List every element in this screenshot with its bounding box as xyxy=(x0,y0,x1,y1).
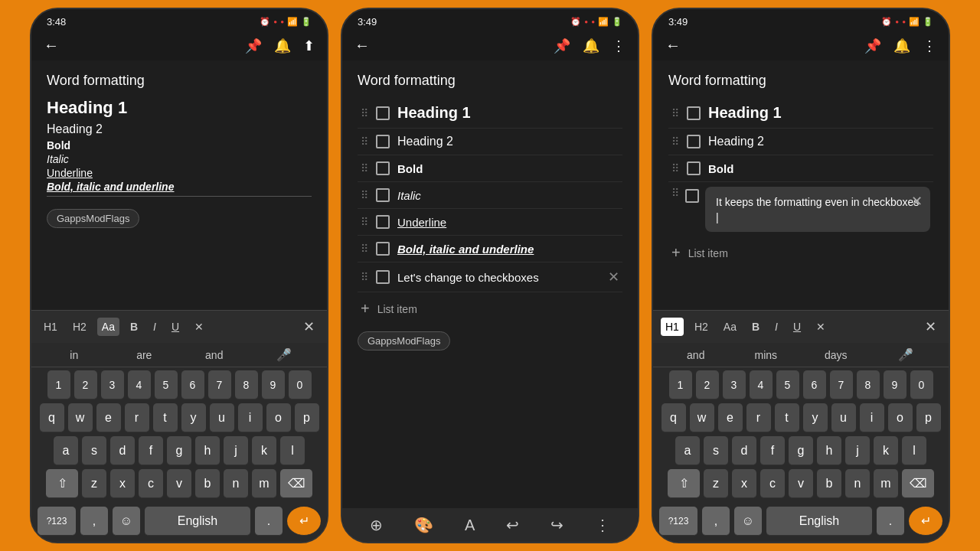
bell-icon-3[interactable]: 🔔 xyxy=(893,37,910,54)
key-e[interactable]: e xyxy=(96,403,121,432)
checkbox-3-3[interactable] xyxy=(687,161,701,175)
key-n[interactable]: n xyxy=(224,469,248,498)
key-3-8[interactable]: 8 xyxy=(857,370,880,399)
italic-btn-3[interactable]: I xyxy=(770,318,782,336)
h1-btn-1[interactable]: H1 xyxy=(39,318,62,336)
drag-handle-3-1[interactable]: ⠿ xyxy=(671,107,679,119)
key-3-t[interactable]: t xyxy=(775,403,799,432)
key-p[interactable]: p xyxy=(295,403,319,432)
key-f[interactable]: f xyxy=(139,436,163,465)
close-format-btn-1[interactable]: ✕ xyxy=(299,315,319,338)
key-3-x[interactable]: x xyxy=(732,469,756,498)
key-3-u[interactable]: u xyxy=(831,403,856,432)
drag-handle-1[interactable]: ⠿ xyxy=(361,107,368,119)
text-icon-2[interactable]: A xyxy=(465,517,475,534)
more-icon-2[interactable]: ⋮ xyxy=(612,37,626,54)
drag-handle-6[interactable]: ⠿ xyxy=(361,243,368,255)
drag-handle-3[interactable]: ⠿ xyxy=(361,162,368,174)
key-q[interactable]: q xyxy=(40,403,64,432)
strikethrough-btn-3[interactable]: ✕ xyxy=(812,318,830,336)
key-3-r[interactable]: r xyxy=(746,403,771,432)
backspace-key-3[interactable]: ⌫ xyxy=(902,469,934,498)
key-g[interactable]: g xyxy=(167,436,191,465)
comma-key-3[interactable]: , xyxy=(702,507,730,536)
suggestion-and-3[interactable]: and xyxy=(661,349,731,361)
shift-key-3[interactable]: ⇧ xyxy=(668,469,700,498)
special-key-1[interactable]: ?123 xyxy=(38,507,76,536)
suggestion-are[interactable]: are xyxy=(109,349,180,361)
add-item-label-3[interactable]: List item xyxy=(688,247,728,259)
add-item-label-2[interactable]: List item xyxy=(377,303,417,315)
back-button-2[interactable]: ← xyxy=(354,37,370,54)
key-3-n[interactable]: n xyxy=(845,469,870,498)
h2-btn-1[interactable]: H2 xyxy=(68,318,91,336)
key-m[interactable]: m xyxy=(252,469,276,498)
key-3-s[interactable]: s xyxy=(704,436,728,465)
key-w[interactable]: w xyxy=(68,403,93,432)
emoji-key-1[interactable]: ☺ xyxy=(113,507,140,536)
strikethrough-btn-1[interactable]: ✕ xyxy=(190,318,208,336)
undo-icon-2[interactable]: ↩ xyxy=(506,516,519,534)
close-format-btn-3[interactable]: ✕ xyxy=(920,315,941,338)
save-icon-1[interactable]: ⬆ xyxy=(303,37,315,54)
key-3-7[interactable]: 7 xyxy=(830,370,853,399)
add-icon-2[interactable]: ⊕ xyxy=(370,516,383,534)
checkbox-5[interactable] xyxy=(376,215,390,229)
key-j[interactable]: j xyxy=(224,436,248,465)
key-2[interactable]: 2 xyxy=(74,370,97,399)
key-3-2[interactable]: 2 xyxy=(696,370,719,399)
drag-handle-2[interactable]: ⠿ xyxy=(361,135,368,148)
key-3-1[interactable]: 1 xyxy=(669,370,692,399)
h2-btn-3[interactable]: H2 xyxy=(690,318,713,336)
key-c[interactable]: c xyxy=(139,469,163,498)
drag-handle-3-3[interactable]: ⠿ xyxy=(671,162,679,174)
key-3-5[interactable]: 5 xyxy=(776,370,799,399)
key-3[interactable]: 3 xyxy=(101,370,124,399)
suggestion-in[interactable]: in xyxy=(39,349,109,361)
key-3-p[interactable]: p xyxy=(916,403,941,432)
key-d[interactable]: d xyxy=(110,436,135,465)
emoji-key-3[interactable]: ☺ xyxy=(734,507,762,536)
pin-icon-1[interactable]: 📌 xyxy=(245,37,262,54)
key-x[interactable]: x xyxy=(110,469,135,498)
bold-btn-3[interactable]: B xyxy=(747,318,764,336)
bold-btn-1[interactable]: B xyxy=(126,318,142,336)
key-0[interactable]: 0 xyxy=(289,370,312,399)
underline-btn-3[interactable]: U xyxy=(789,318,805,336)
tag-2[interactable]: GappsModFlags xyxy=(358,331,450,350)
drag-handle-3-2[interactable]: ⠿ xyxy=(671,135,679,148)
key-3-9[interactable]: 9 xyxy=(884,370,906,399)
bell-icon-1[interactable]: 🔔 xyxy=(274,37,291,54)
checkbox-7[interactable] xyxy=(376,270,390,284)
delete-item-btn-7[interactable]: ✕ xyxy=(608,269,619,285)
key-s[interactable]: s xyxy=(82,436,106,465)
space-key-3[interactable]: English xyxy=(766,507,872,536)
checkbox-3-2[interactable] xyxy=(687,135,701,148)
key-3-0[interactable]: 0 xyxy=(910,370,933,399)
drag-handle-5[interactable]: ⠿ xyxy=(361,216,368,228)
key-3-a[interactable]: a xyxy=(675,436,700,465)
checkbox-6[interactable] xyxy=(376,242,390,256)
drag-handle-3-4[interactable]: ⠿ xyxy=(671,187,679,199)
key-3-g[interactable]: g xyxy=(789,436,813,465)
mic-icon-3[interactable]: 🎤 xyxy=(871,347,942,362)
aa-btn-3[interactable]: Aa xyxy=(719,318,741,336)
key-3-o[interactable]: o xyxy=(888,403,913,432)
key-3-j[interactable]: j xyxy=(845,436,870,465)
key-u[interactable]: u xyxy=(210,403,234,432)
key-r[interactable]: r xyxy=(125,403,149,432)
key-a[interactable]: a xyxy=(54,436,78,465)
key-o[interactable]: o xyxy=(266,403,291,432)
suggestion-mins-3[interactable]: mins xyxy=(731,349,802,361)
key-3-4[interactable]: 4 xyxy=(750,370,773,399)
key-l[interactable]: l xyxy=(280,436,305,465)
more-icon-3[interactable]: ⋮ xyxy=(923,37,936,54)
checkbox-2[interactable] xyxy=(376,135,390,148)
suggestion-days-3[interactable]: days xyxy=(801,349,871,361)
checkbox-3-4[interactable] xyxy=(685,189,699,203)
key-4[interactable]: 4 xyxy=(128,370,151,399)
key-3-6[interactable]: 6 xyxy=(803,370,826,399)
shift-key-1[interactable]: ⇧ xyxy=(46,469,78,498)
key-3-c[interactable]: c xyxy=(760,469,785,498)
backspace-key-1[interactable]: ⌫ xyxy=(280,469,312,498)
